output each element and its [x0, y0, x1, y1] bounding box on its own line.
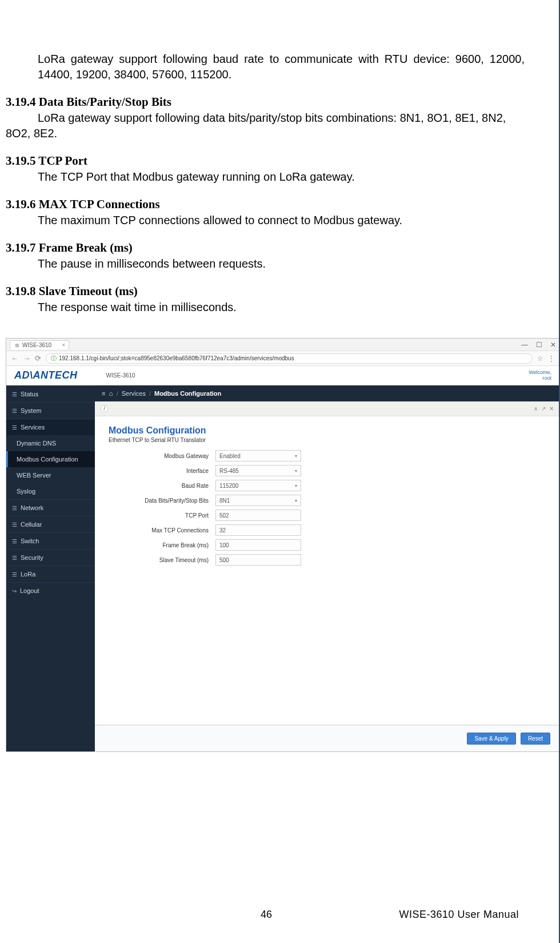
sidebar-label: Logout — [20, 587, 39, 594]
save-apply-button[interactable]: Save & Apply — [467, 733, 515, 745]
input-max-tcp[interactable]: 32 — [215, 524, 301, 536]
breadcrumb-services[interactable]: Services — [122, 390, 146, 397]
row-baud: Baud Rate 115200 — [104, 480, 550, 491]
btn-label: Save & Apply — [474, 735, 508, 742]
info-icon[interactable]: i — [101, 405, 108, 412]
nav-forward-icon[interactable]: → — [23, 354, 30, 363]
panel-subtitle: Ethernet TCP to Serial RTU Translator — [109, 437, 550, 443]
panel-close-icon[interactable]: ✕ — [549, 405, 554, 412]
heading-3-19-6: 3.19.6 MAX TCP Connections — [6, 197, 525, 212]
sidebar: Status System Services Dynamic DNS Modbu… — [6, 385, 95, 751]
value: 32 — [219, 527, 226, 534]
breadcrumb-sep: / — [117, 390, 118, 397]
label-tcp-port: TCP Port — [104, 512, 215, 519]
breadcrumb-home-icon[interactable] — [109, 389, 113, 397]
panel-body: Modbus Configuration Ethernet TCP to Ser… — [95, 416, 559, 725]
window-controls: — ☐ ✕ — [521, 341, 556, 349]
nav-reload-icon[interactable]: ⟳ — [35, 354, 41, 363]
panel-header: i ∧ ↗ ✕ — [95, 401, 559, 416]
breadcrumb-bars-icon[interactable]: ≡ — [102, 390, 105, 397]
label-slave-timeout: Slave Timeout (ms) — [104, 557, 215, 563]
list-icon — [12, 521, 17, 528]
label-frame-break: Frame Break (ms) — [104, 542, 215, 548]
sidebar-item-switch[interactable]: Switch — [6, 532, 95, 549]
sidebar-item-services[interactable]: Services — [6, 419, 95, 435]
heading-3-19-5: 3.19.5 TCP Port — [6, 154, 525, 168]
bookmark-icon[interactable]: ☆ — [537, 355, 543, 363]
select-bits[interactable]: 8N1 — [215, 495, 301, 506]
label-bits: Data Bits/Parity/Stop Bits — [104, 498, 215, 504]
sidebar-sub-ddns[interactable]: Dynamic DNS — [6, 435, 95, 451]
tab-close-icon[interactable]: × — [62, 342, 65, 348]
para-3-19-5: The TCP Port that Modbus gateway running… — [38, 169, 525, 185]
btn-label: Reset — [528, 735, 543, 742]
breadcrumb-current: Modbus Configuration — [154, 390, 221, 397]
row-modbus-gateway: Modbus Gateway Enabled — [104, 450, 550, 461]
list-icon — [12, 504, 17, 511]
screenshot-window: WISE-3610× — ☐ ✕ ← → ⟳ ⓘ 192.168.1.1/cgi… — [6, 338, 560, 752]
breadcrumb-sep: / — [149, 390, 151, 397]
row-max-tcp: Max TCP Connections 32 — [104, 524, 550, 536]
input-frame-break[interactable]: 100 — [215, 539, 301, 551]
row-slave-timeout: Slave Timeout (ms) 500 — [104, 554, 550, 566]
sidebar-label: Syslog — [17, 488, 35, 495]
row-tcp-port: TCP Port 502 — [104, 510, 550, 521]
value: 115200 — [219, 483, 238, 489]
sidebar-item-logout[interactable]: Logout — [6, 582, 95, 599]
info-icon: ⓘ — [51, 353, 57, 364]
list-icon — [12, 538, 17, 544]
list-icon — [12, 391, 17, 397]
window-maximize-icon[interactable]: ☐ — [536, 341, 542, 349]
sidebar-item-system[interactable]: System — [6, 402, 95, 419]
panel-collapse-icon[interactable]: ∧ — [534, 405, 538, 412]
heading-3-19-8: 3.19.8 Slave Timeout (ms) — [6, 284, 525, 299]
sidebar-sub-syslog[interactable]: Syslog — [6, 483, 95, 499]
value: 500 — [219, 557, 229, 563]
select-modbus-gateway[interactable]: Enabled — [215, 450, 301, 461]
button-row: Save & Apply Reset — [95, 725, 559, 751]
label-interface: Interface — [104, 468, 215, 474]
reset-button[interactable]: Reset — [521, 733, 550, 745]
nav-back-icon[interactable]: ← — [11, 354, 18, 363]
sidebar-sub-webserver[interactable]: WEB Server — [6, 467, 95, 483]
select-baud[interactable]: 115200 — [215, 480, 301, 491]
sidebar-label: Network — [21, 504, 43, 511]
document-page: LoRa gateway support following baud rate… — [0, 0, 559, 752]
sidebar-item-cellular[interactable]: Cellular — [6, 516, 95, 532]
window-minimize-icon[interactable]: — — [521, 341, 528, 349]
browser-tab[interactable]: WISE-3610× — [10, 340, 69, 349]
welcome-block: Welcome, root — [529, 370, 551, 381]
select-interface[interactable]: RS-485 — [215, 465, 301, 476]
sidebar-label: Services — [21, 424, 45, 431]
panel-expand-icon[interactable]: ↗ — [541, 405, 546, 412]
browser-titlebar: WISE-3610× — ☐ ✕ — [6, 339, 559, 351]
page-number: 46 — [261, 909, 272, 921]
app-header: AD\ANTECH WISE-3610 Welcome, root — [6, 366, 559, 385]
list-icon — [12, 571, 17, 578]
sidebar-item-status[interactable]: Status — [6, 385, 95, 402]
sidebar-sub-modbus[interactable]: Modbus Configuration — [6, 451, 95, 467]
sidebar-item-security[interactable]: Security — [6, 549, 95, 566]
sidebar-label: Switch — [21, 538, 39, 544]
heading-3-19-7: 3.19.7 Frame Break (ms) — [6, 241, 525, 255]
menu-icon[interactable]: ⋮ — [548, 355, 555, 363]
window-close-icon[interactable]: ✕ — [550, 341, 556, 349]
list-icon — [12, 554, 17, 561]
heading-3-19-4: 3.19.4 Data Bits/Parity/Stop Bits — [6, 95, 525, 109]
para-3-19-4: LoRa gateway support following data bits… — [6, 110, 525, 141]
sidebar-label: System — [21, 407, 42, 414]
sidebar-item-lora[interactable]: LoRa — [6, 566, 95, 582]
sidebar-label: Modbus Configuration — [17, 456, 78, 463]
sidebar-label: Dynamic DNS — [17, 440, 56, 447]
para-3-19-8: The response wait time in milliseconds. — [38, 300, 525, 315]
manual-title: WISE-3610 User Manual — [399, 909, 519, 921]
list-icon — [12, 424, 17, 431]
value: 502 — [219, 512, 229, 519]
sidebar-item-network[interactable]: Network — [6, 499, 95, 516]
url-input[interactable]: ⓘ 192.168.1.1/cgi-bin/luci/;stok=ca895e8… — [46, 353, 533, 364]
sidebar-label: Cellular — [21, 521, 42, 528]
input-tcp-port[interactable]: 502 — [215, 510, 301, 521]
sidebar-label: Status — [21, 391, 38, 397]
input-slave-timeout[interactable]: 500 — [215, 554, 301, 566]
value: Enabled — [219, 453, 241, 459]
